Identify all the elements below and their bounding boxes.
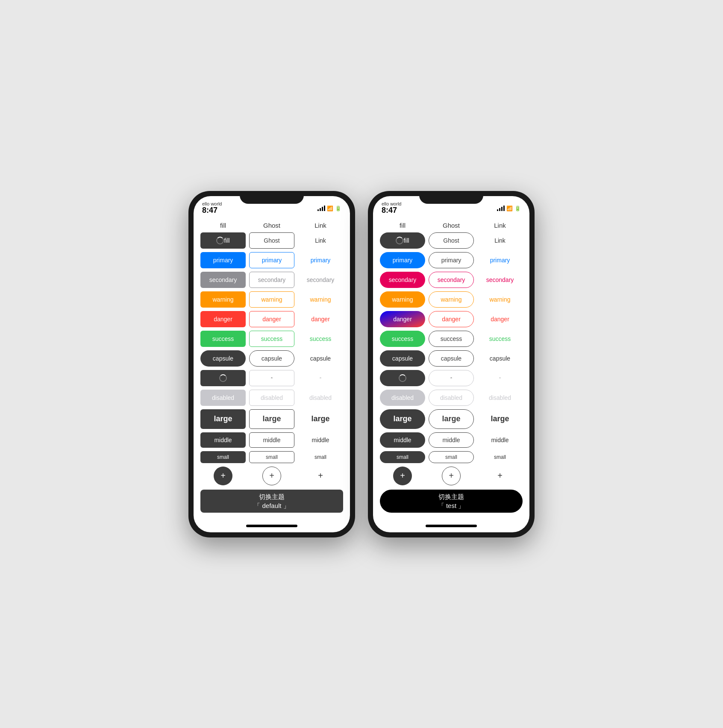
link-btn-loading[interactable]	[477, 370, 523, 386]
link-btn-large[interactable]: large	[477, 409, 523, 429]
ghost-btn-label-secondary: secondary	[438, 276, 465, 283]
ghost-btn-label-large: large	[442, 414, 460, 423]
fill-btn-secondary[interactable]: secondary	[380, 272, 425, 288]
link-btn-danger[interactable]: danger	[477, 311, 523, 327]
link-btn-label-danger: danger	[311, 316, 330, 323]
ghost-btn-danger[interactable]: danger	[429, 311, 474, 327]
circle-wrapper-link: +	[298, 467, 343, 485]
link-btn-danger[interactable]: danger	[298, 311, 343, 327]
link-btn-disabled[interactable]: disabled	[477, 390, 523, 406]
ghost-btn-default[interactable]: Ghost	[429, 232, 474, 249]
fill-btn-primary[interactable]: primary	[200, 252, 246, 268]
fill-btn-default[interactable]: fill	[380, 232, 425, 249]
fill-btn-primary[interactable]: primary	[380, 252, 425, 268]
ghost-btn-warning[interactable]: warning	[429, 291, 474, 308]
ghost-btn-primary[interactable]: primary	[429, 252, 474, 268]
fill-btn-success[interactable]: success	[200, 331, 246, 347]
fill-btn-secondary[interactable]: secondary	[200, 272, 246, 288]
ghost-btn-capsule[interactable]: capsule	[249, 350, 294, 367]
link-btn-small[interactable]: small	[477, 451, 523, 463]
link-btn-middle[interactable]: middle	[298, 432, 343, 448]
home-bar	[246, 525, 297, 527]
ghost-btn-capsule[interactable]: capsule	[429, 350, 474, 367]
link-btn-small[interactable]: small	[298, 451, 343, 463]
switch-theme-button[interactable]: 切换主题「 default 」	[200, 490, 343, 513]
switch-theme-button[interactable]: 切换主题「 test 」	[380, 490, 523, 513]
ghost-btn-success[interactable]: success	[249, 331, 294, 347]
fill-btn-small[interactable]: small	[380, 451, 425, 463]
ghost-btn-warning[interactable]: warning	[249, 291, 294, 308]
fill-btn-capsule[interactable]: capsule	[380, 350, 425, 367]
fill-btn-success[interactable]: success	[380, 331, 425, 347]
header-label-link: Link	[477, 222, 523, 229]
link-btn-label-middle: middle	[312, 437, 329, 443]
ghost-btn-middle[interactable]: middle	[429, 432, 474, 448]
fill-btn-loading[interactable]	[200, 370, 246, 386]
ghost-btn-middle[interactable]: middle	[249, 432, 294, 448]
btn-row-primary: primaryprimaryprimary	[380, 252, 523, 268]
link-btn-default[interactable]: Link	[298, 232, 343, 249]
btn-row-primary: primaryprimaryprimary	[200, 252, 343, 268]
fill-btn-default[interactable]: fill	[200, 232, 246, 249]
btn-row-disabled: disableddisableddisabled	[200, 390, 343, 406]
ghost-btn-small[interactable]: small	[429, 451, 474, 463]
fill-btn-label-middle: middle	[214, 437, 232, 443]
link-btn-disabled[interactable]: disabled	[298, 390, 343, 406]
fill-btn-loading[interactable]	[380, 370, 425, 386]
link-btn-success[interactable]: success	[477, 331, 523, 347]
fill-btn-middle[interactable]: middle	[380, 432, 425, 448]
link-btn-capsule[interactable]: capsule	[477, 350, 523, 367]
link-btn-large[interactable]: large	[298, 409, 343, 429]
ghost-btn-secondary[interactable]: secondary	[249, 272, 294, 288]
notch	[240, 191, 304, 204]
ghost-btn-loading[interactable]	[429, 370, 474, 386]
battery-icon: 🔋	[335, 205, 341, 211]
fill-btn-warning[interactable]: warning	[200, 291, 246, 308]
fill-btn-danger[interactable]: danger	[200, 311, 246, 327]
fill-btn-label-danger: danger	[393, 316, 412, 323]
fill-btn-large[interactable]: large	[380, 409, 425, 429]
link-btn-loading[interactable]	[298, 370, 343, 386]
ghost-btn-large[interactable]: large	[249, 409, 294, 429]
btn-row-middle: middlemiddlemiddle	[380, 432, 523, 448]
ghost-btn-circle[interactable]: +	[262, 467, 281, 485]
fill-btn-small[interactable]: small	[200, 451, 246, 463]
ghost-btn-danger[interactable]: danger	[249, 311, 294, 327]
link-btn-circle[interactable]: +	[491, 467, 509, 485]
ghost-btn-small[interactable]: small	[249, 451, 294, 463]
fill-btn-label-disabled: disabled	[391, 394, 414, 401]
fill-btn-circle[interactable]: +	[393, 467, 412, 485]
fill-btn-circle[interactable]: +	[214, 467, 232, 485]
link-btn-secondary[interactable]: secondary	[298, 272, 343, 288]
ghost-btn-secondary[interactable]: secondary	[429, 272, 474, 288]
fill-btn-capsule[interactable]: capsule	[200, 350, 246, 367]
link-btn-middle[interactable]: middle	[477, 432, 523, 448]
link-btn-warning[interactable]: warning	[477, 291, 523, 308]
ghost-btn-default[interactable]: Ghost	[249, 232, 294, 249]
ghost-btn-large[interactable]: large	[429, 409, 474, 429]
ghost-btn-primary[interactable]: primary	[249, 252, 294, 268]
fill-btn-disabled[interactable]: disabled	[200, 390, 246, 406]
ghost-btn-label-small: small	[266, 454, 278, 460]
fill-btn-large[interactable]: large	[200, 409, 246, 429]
link-btn-success[interactable]: success	[298, 331, 343, 347]
link-btn-default[interactable]: Link	[477, 232, 523, 249]
link-btn-primary[interactable]: primary	[477, 252, 523, 268]
ghost-btn-success[interactable]: success	[429, 331, 474, 347]
fill-btn-label-default: fill	[224, 237, 229, 244]
phone-default: ello world8:47📶🔋fillGhostLink fillGhostL…	[188, 191, 355, 537]
ghost-btn-disabled[interactable]: disabled	[249, 390, 294, 406]
fill-btn-disabled[interactable]: disabled	[380, 390, 425, 406]
phones-container: ello world8:47📶🔋fillGhostLink fillGhostL…	[188, 191, 535, 537]
link-btn-circle[interactable]: +	[311, 467, 330, 485]
ghost-btn-disabled[interactable]: disabled	[429, 390, 474, 406]
fill-btn-middle[interactable]: middle	[200, 432, 246, 448]
ghost-btn-circle[interactable]: +	[442, 467, 461, 485]
fill-btn-danger[interactable]: danger	[380, 311, 425, 327]
link-btn-primary[interactable]: primary	[298, 252, 343, 268]
fill-btn-warning[interactable]: warning	[380, 291, 425, 308]
link-btn-secondary[interactable]: secondary	[477, 272, 523, 288]
ghost-btn-loading[interactable]	[249, 370, 294, 386]
link-btn-capsule[interactable]: capsule	[298, 350, 343, 367]
link-btn-warning[interactable]: warning	[298, 291, 343, 308]
